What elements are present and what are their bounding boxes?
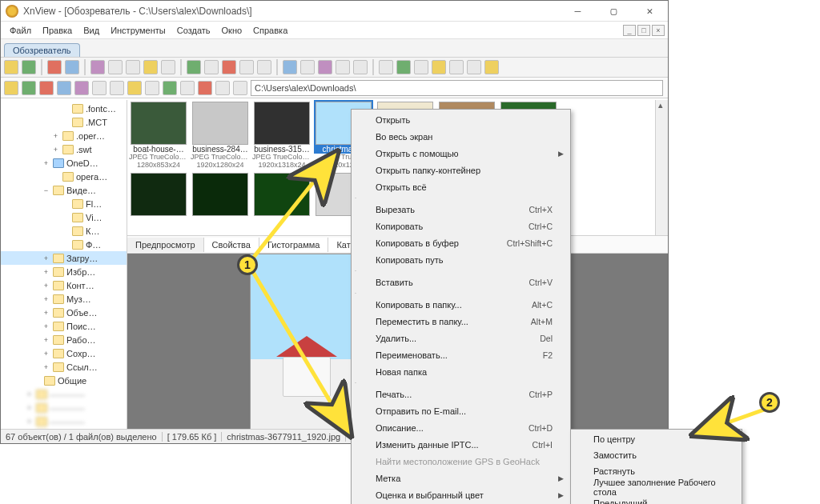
wallpaper-submenu[interactable]: По центруЗамоститьРастянутьЛучшее заполн… bbox=[570, 429, 742, 504]
toolbar-button[interactable] bbox=[92, 81, 107, 95]
tree-node[interactable]: +.oper… bbox=[1, 129, 127, 142]
toolbar-button[interactable] bbox=[127, 81, 142, 95]
preview-tab[interactable]: Предпросмотр bbox=[127, 238, 204, 252]
toolbar-button[interactable] bbox=[336, 60, 350, 74]
toolbar-button[interactable] bbox=[22, 60, 36, 74]
toolbar-button[interactable] bbox=[432, 60, 446, 74]
thumbnail[interactable]: business-315…JPEG TrueColor…1920x1318x24 bbox=[252, 102, 312, 170]
tree-node[interactable]: Fl… bbox=[1, 197, 127, 210]
menu-item[interactable]: Оценка и выбранный цвет▶ bbox=[353, 486, 569, 503]
tree-node[interactable]: +Сохр… bbox=[1, 346, 127, 360]
thumbnail[interactable] bbox=[252, 173, 312, 216]
menu-item[interactable]: Удалить...Del bbox=[353, 330, 569, 346]
menu-item[interactable]: Метка▶ bbox=[353, 470, 569, 486]
submenu-item[interactable]: Замостить bbox=[573, 447, 740, 463]
menu-item[interactable]: Во весь экран bbox=[353, 128, 569, 145]
toolbar-button[interactable] bbox=[4, 81, 18, 95]
toolbar-button[interactable] bbox=[187, 60, 201, 74]
mdi-close-button[interactable]: × bbox=[652, 25, 665, 36]
tree-node[interactable]: .fontc… bbox=[1, 102, 127, 115]
menu-item[interactable]: Описание...Ctrl+D bbox=[353, 419, 569, 436]
tree-node[interactable]: Vi… bbox=[1, 210, 127, 224]
mdi-minimize-button[interactable]: _ bbox=[623, 25, 636, 36]
toolbar-button[interactable] bbox=[90, 60, 105, 74]
toolbar-button[interactable] bbox=[198, 81, 212, 95]
toolbar-button[interactable] bbox=[108, 60, 123, 74]
toolbar-button[interactable] bbox=[233, 81, 247, 95]
tree-node[interactable]: +Муз… bbox=[1, 292, 127, 306]
toolbar-button[interactable] bbox=[300, 60, 315, 74]
toolbar-button[interactable] bbox=[163, 81, 177, 95]
submenu-item[interactable]: Растянуть bbox=[573, 463, 740, 479]
menu-item[interactable]: Отправить по E-mail... bbox=[353, 402, 569, 419]
toolbar-button[interactable] bbox=[126, 60, 140, 74]
toolbar-button[interactable] bbox=[110, 81, 124, 95]
toolbar-button[interactable] bbox=[222, 60, 236, 74]
toolbar-button[interactable] bbox=[145, 81, 159, 95]
toolbar-button[interactable] bbox=[484, 60, 499, 74]
tree-node[interactable]: +Ссыл… bbox=[1, 360, 127, 374]
tree-node[interactable]: +Рабо… bbox=[1, 333, 127, 346]
menu-Инструменты[interactable]: Инструменты bbox=[105, 24, 171, 37]
menu-item[interactable]: Копировать в буферCtrl+Shift+C bbox=[353, 234, 569, 251]
tree-node[interactable]: opera… bbox=[1, 170, 127, 183]
toolbar-button[interactable] bbox=[379, 60, 393, 74]
tree-node[interactable]: .MCT bbox=[1, 115, 127, 129]
menu-item[interactable]: ВырезатьCtrl+X bbox=[353, 201, 569, 218]
menu-item[interactable]: Копировать в папку...Alt+C bbox=[353, 296, 569, 313]
menu-Создать[interactable]: Создать bbox=[171, 24, 216, 37]
toolbar-button[interactable] bbox=[65, 60, 79, 74]
toolbar-button[interactable] bbox=[318, 60, 332, 74]
menu-item[interactable]: Переименовать...F2 bbox=[353, 346, 569, 363]
preview-tab[interactable]: Свойства bbox=[204, 238, 259, 252]
tree-node[interactable]: Общие bbox=[1, 374, 127, 387]
context-menu[interactable]: ОткрытьВо весь экранОткрыть с помощью▶От… bbox=[351, 109, 571, 504]
tree-node[interactable]: +Конт… bbox=[1, 278, 127, 292]
tree-node[interactable]: +Объе… bbox=[1, 306, 127, 319]
tree-node[interactable]: +.swt bbox=[1, 142, 127, 156]
toolbar-button[interactable] bbox=[180, 81, 195, 95]
submenu-item[interactable]: Лучшее заполнение Рабочего стола bbox=[573, 479, 740, 495]
address-bar[interactable]: C:\Users\alex\Downloads\ bbox=[251, 80, 663, 96]
tree-node[interactable]: +Поис… bbox=[1, 319, 127, 333]
tree-node[interactable]: Ф… bbox=[1, 238, 127, 251]
toolbar-button[interactable] bbox=[74, 81, 89, 95]
minimize-button[interactable]: — bbox=[560, 1, 596, 21]
toolbar-button[interactable] bbox=[414, 60, 428, 74]
scrollbar[interactable] bbox=[655, 100, 668, 235]
tree-node[interactable]: К… bbox=[1, 224, 127, 238]
menu-item[interactable]: Открыть всё bbox=[353, 178, 569, 195]
toolbar-button[interactable] bbox=[215, 81, 230, 95]
menu-item[interactable]: Новая папка bbox=[353, 363, 569, 380]
thumbnail[interactable]: boat-house-…JPEG TrueColor…1280x853x24 bbox=[129, 102, 188, 170]
mdi-restore-button[interactable]: □ bbox=[637, 25, 650, 36]
close-button[interactable]: ✕ bbox=[632, 1, 668, 21]
menu-item[interactable]: Печать...Ctrl+P bbox=[353, 386, 569, 402]
toolbar-button[interactable] bbox=[57, 81, 71, 95]
submenu-item[interactable]: По центру bbox=[573, 431, 740, 447]
tree-node[interactable]: −Виде… bbox=[1, 183, 127, 197]
menu-Файл[interactable]: Файл bbox=[4, 24, 37, 37]
menu-item[interactable]: Копировать путь bbox=[353, 251, 569, 268]
menu-item[interactable]: Открыть с помощью▶ bbox=[353, 145, 569, 162]
tree-node[interactable]: +Избр… bbox=[1, 265, 127, 278]
menu-item[interactable]: КопироватьCtrl+C bbox=[353, 218, 569, 234]
menu-Вид[interactable]: Вид bbox=[78, 24, 105, 37]
toolbar-button[interactable] bbox=[4, 60, 18, 74]
tree-node[interactable]: +Загру… bbox=[1, 251, 127, 265]
tab-browser[interactable]: Обозреватель bbox=[4, 43, 80, 57]
menu-item[interactable]: Переместить в папку...Alt+M bbox=[353, 313, 569, 330]
maximize-button[interactable]: ▢ bbox=[596, 1, 632, 21]
toolbar-button[interactable] bbox=[239, 60, 254, 74]
toolbar-button[interactable] bbox=[396, 60, 411, 74]
thumbnail[interactable] bbox=[129, 173, 188, 216]
menu-item[interactable]: ВставитьCtrl+V bbox=[353, 274, 569, 290]
toolbar-button[interactable] bbox=[449, 60, 464, 74]
toolbar-button[interactable] bbox=[204, 60, 219, 74]
toolbar-button[interactable] bbox=[257, 60, 271, 74]
toolbar-button[interactable] bbox=[143, 60, 158, 74]
menu-Окно[interactable]: Окно bbox=[216, 24, 248, 37]
toolbar-button[interactable] bbox=[47, 60, 62, 74]
thumbnail[interactable]: business-284…JPEG TrueColor…1920x1280x24 bbox=[191, 102, 250, 170]
toolbar-button[interactable] bbox=[283, 60, 297, 74]
